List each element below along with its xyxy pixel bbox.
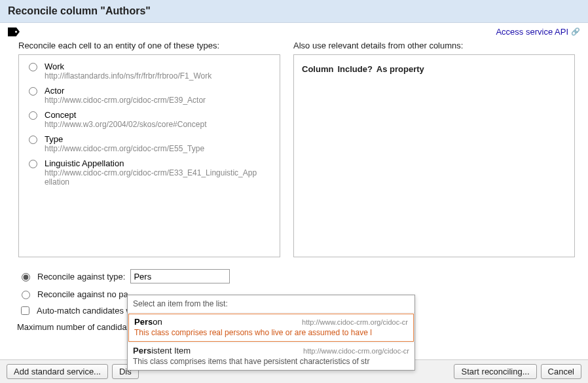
autocomplete-dropdown: Select an item from the list: Person htt… (127, 295, 415, 371)
type-option[interactable]: Concept http://www.w3.org/2004/02/skos/c… (26, 110, 273, 129)
max-candidates-label: Maximum number of candida (17, 322, 127, 332)
cancel-button[interactable]: Cancel (541, 364, 581, 379)
reconcile-against-none-radio[interactable] (22, 291, 30, 299)
autocomplete-item-uri: http://www.cidoc-crm.org/cidoc-cr (170, 318, 408, 326)
reconcile-against-type-radio[interactable] (22, 273, 30, 282)
type-uri: http://www.cidoc-crm.org/cidoc-crm/E33_E… (45, 168, 261, 187)
reconcile-against-type-label: Reconcile against type: (37, 272, 125, 282)
type-option[interactable]: Type http://www.cidoc-crm.org/cidoc-crm/… (26, 134, 273, 153)
tag-icon (8, 27, 20, 37)
type-radio[interactable] (29, 111, 37, 120)
type-uri: http://www.cidoc-crm.org/cidoc-crm/E39_A… (45, 96, 206, 105)
type-radio[interactable] (29, 136, 37, 144)
autocomplete-item-description: This class comprises items that have per… (133, 357, 409, 366)
types-panel: Work http://iflastandards.info/ns/fr/frb… (18, 54, 280, 257)
add-standard-service-button[interactable]: Add standard service... (7, 364, 108, 379)
dialog-header: Reconcile column "Authors" (0, 0, 588, 23)
autocomplete-item[interactable]: Persistent Item http://www.cidoc-crm.org… (128, 342, 414, 370)
automatch-checkbox[interactable] (21, 306, 29, 315)
left-heading: Reconcile each cell to an entity of one … (18, 41, 280, 50)
type-radio[interactable] (29, 160, 37, 168)
type-uri: http://www.w3.org/2004/02/skos/core#Conc… (45, 120, 206, 129)
col-header-column: Column (302, 64, 333, 74)
autocomplete-item-name: Persistent Item (133, 346, 191, 356)
col-header-property: As property (377, 64, 424, 74)
reconcile-type-input[interactable] (130, 269, 230, 283)
access-service-api-link[interactable]: Access service API 🔗 (496, 27, 580, 37)
type-label: Work (45, 62, 211, 71)
right-heading: Also use relevant details from other col… (293, 41, 575, 50)
automatch-label: Auto-match candidates w (37, 306, 132, 316)
columns-panel: Column Include? As property (293, 54, 575, 257)
dialog-title: Reconcile column "Authors" (8, 5, 151, 16)
autocomplete-item-description: This class comprises real persons who li… (134, 328, 408, 337)
reconcile-against-none-label: Reconcile against no pa (37, 289, 128, 299)
columns-table-header: Column Include? As property (301, 62, 568, 78)
autocomplete-item[interactable]: Person http://www.cidoc-crm.org/cidoc-cr… (128, 314, 414, 342)
autocomplete-hint: Select an item from the list: (128, 295, 414, 313)
col-header-include: Include? (337, 64, 372, 74)
type-label: Actor (45, 86, 206, 96)
type-radio[interactable] (29, 63, 37, 71)
type-uri: http://iflastandards.info/ns/fr/frbr/frb… (45, 71, 211, 81)
type-option[interactable]: Linguistic Appellation http://www.cidoc-… (26, 158, 273, 187)
autocomplete-item-name: Person (134, 317, 162, 327)
type-radio[interactable] (29, 87, 37, 96)
type-label: Concept (45, 110, 206, 120)
external-link-icon: 🔗 (571, 27, 580, 36)
start-reconciling-button[interactable]: Start reconciling... (454, 364, 536, 379)
type-label: Linguistic Appellation (45, 158, 261, 168)
type-uri: http://www.cidoc-crm.org/cidoc-crm/E55_T… (45, 144, 204, 153)
type-option[interactable]: Work http://iflastandards.info/ns/fr/frb… (26, 62, 273, 81)
autocomplete-item-uri: http://www.cidoc-crm.org/cidoc-cr (198, 347, 409, 355)
type-option[interactable]: Actor http://www.cidoc-crm.org/cidoc-crm… (26, 86, 273, 105)
api-link-text: Access service API (496, 27, 568, 37)
type-label: Type (45, 134, 204, 144)
